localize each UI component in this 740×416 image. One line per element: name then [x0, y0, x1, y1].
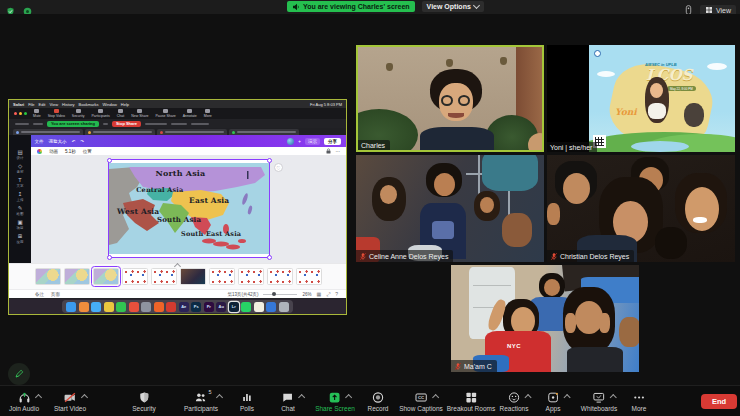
notes-button[interactable]: 备注 [35, 292, 44, 297]
filmstrip-thumb[interactable] [180, 268, 206, 285]
selected-slide[interactable]: North Asia Central Asia East Asia West A… [108, 159, 270, 258]
share-screen-button[interactable]: Share Screen [315, 391, 355, 412]
presenter-tool-more[interactable]: More [204, 109, 212, 118]
video-tile-yoni[interactable]: AIESEC in UPLB LCOS May 22, 8:00 PM Yoni… [547, 45, 735, 152]
presenter-tool-new-share[interactable]: New Share [131, 109, 148, 118]
filmstrip-thumb[interactable] [151, 268, 177, 285]
menu-item[interactable]: Edit [39, 102, 46, 107]
view-options-button[interactable]: View Options [422, 1, 484, 12]
chevron-up-icon[interactable] [81, 394, 88, 401]
security-button[interactable]: Security [132, 391, 155, 412]
zoom-slider[interactable] [263, 294, 297, 295]
dock-app-icon[interactable] [266, 302, 276, 312]
help-icon[interactable]: ? [335, 291, 338, 297]
dock-app-icon[interactable]: Pr [204, 302, 214, 312]
presenter-tool-security[interactable]: Security [72, 109, 85, 118]
canva-sidebar-item[interactable]: ▤设计 [9, 149, 31, 160]
canva-sidebar-item[interactable]: T文字 [9, 177, 31, 188]
lock-icon[interactable] [326, 148, 331, 154]
join-audio-button[interactable]: Join Audio [9, 391, 39, 412]
record-button[interactable]: Record [368, 391, 389, 412]
end-meeting-button[interactable]: End [701, 394, 737, 409]
canva-file-button[interactable]: 文件 [35, 139, 44, 144]
grid-view-icon[interactable]: ▦ [316, 291, 321, 297]
filmstrip-thumb[interactable] [64, 268, 90, 285]
video-tile-celine[interactable]: Celine Anne Delos Reyes [356, 155, 544, 262]
chevron-up-icon[interactable] [563, 394, 570, 401]
dock-app-icon[interactable]: Au [216, 302, 226, 312]
reactions-button[interactable]: Reactions [500, 391, 529, 412]
apps-button[interactable]: Apps [546, 391, 561, 412]
chevron-up-icon[interactable] [216, 394, 223, 401]
chevron-up-icon[interactable] [298, 394, 305, 401]
dock-app-icon[interactable] [241, 302, 251, 312]
chevron-up-icon[interactable] [345, 394, 352, 401]
dock-app-icon[interactable] [254, 302, 264, 312]
undo-icon[interactable]: ↶ [72, 139, 76, 144]
start-video-button[interactable]: Start Video [54, 391, 86, 412]
chevron-up-icon[interactable] [34, 394, 41, 401]
dock-app-icon[interactable] [66, 302, 76, 312]
dock-app-icon[interactable] [116, 302, 126, 312]
favorite-heart-button[interactable]: ♡ [274, 163, 283, 172]
chevron-up-icon[interactable] [610, 394, 617, 401]
dock-app-icon[interactable]: Ps [191, 302, 201, 312]
canva-sidebar-item[interactable]: ⊞应用 [9, 233, 31, 244]
dock-app-icon[interactable] [166, 302, 176, 312]
more-button[interactable]: More [632, 391, 647, 412]
dock-app-icon[interactable] [79, 302, 89, 312]
dock-app-icon[interactable] [91, 302, 101, 312]
chat-button[interactable]: Chat [281, 391, 295, 412]
presenter-tool-stop-video[interactable]: Stop Video [48, 109, 65, 118]
annotate-pencil-button[interactable] [8, 363, 30, 385]
dock-app-icon[interactable] [104, 302, 114, 312]
dock-app-icon[interactable]: Ae [179, 302, 189, 312]
dock-app-icon[interactable] [154, 302, 164, 312]
presenter-tool-participants[interactable]: Participants [92, 109, 110, 118]
filmstrip-thumb[interactable] [93, 268, 119, 285]
participants-button[interactable]: 5 Participants [184, 391, 218, 412]
dock-app-icon[interactable] [129, 302, 139, 312]
filmstrip-thumb[interactable] [122, 268, 148, 285]
video-tile-christian[interactable]: Christian Delos Reyes [547, 155, 735, 262]
menu-item[interactable]: Help [121, 102, 129, 107]
menu-item[interactable]: Window [103, 102, 117, 107]
canva-sidebar-item[interactable]: ▣项目 [9, 219, 31, 230]
canva-sidebar-item[interactable]: ↥上传 [9, 191, 31, 202]
polls-button[interactable]: Polls [240, 391, 254, 412]
menu-item[interactable]: View [49, 102, 58, 107]
filmstrip-thumb[interactable] [209, 268, 235, 285]
presenter-tool-chat[interactable]: Chat [117, 109, 124, 118]
presenter-tool-mute[interactable]: Mute [33, 109, 41, 118]
color-swatch[interactable] [37, 149, 42, 154]
filmstrip-thumb[interactable] [35, 268, 61, 285]
menu-item[interactable]: Bookmarks [79, 102, 99, 107]
filmstrip-thumb[interactable] [267, 268, 293, 285]
add-member-icon[interactable]: + [298, 139, 301, 144]
canva-resize-button[interactable]: 调整大小 [49, 139, 67, 144]
dock-app-icon[interactable] [279, 302, 289, 312]
menu-item[interactable]: Safari [13, 102, 24, 107]
more-options-icon[interactable]: ⋯ [336, 149, 341, 154]
video-tile-charles[interactable]: Charles [356, 45, 544, 152]
dock-app-icon[interactable]: Lr [229, 302, 239, 312]
chevron-up-icon[interactable] [524, 394, 531, 401]
filmstrip-thumb[interactable] [296, 268, 322, 285]
menu-item[interactable]: File [28, 102, 34, 107]
menu-item[interactable]: History [62, 102, 74, 107]
position-button[interactable]: 位置 [83, 149, 92, 154]
chevron-up-icon[interactable] [432, 394, 439, 401]
canva-sidebar-item[interactable]: ◇素材 [9, 163, 31, 174]
fullscreen-icon[interactable]: ⤢ [326, 291, 330, 298]
canva-sidebar-item[interactable]: ✎绘图 [9, 205, 31, 216]
show-captions-button[interactable]: CC Show Captions [399, 391, 443, 412]
canva-share-button[interactable]: 分享 [324, 138, 341, 145]
duration-button[interactable]: 5.1秒 [65, 149, 76, 154]
breakout-rooms-button[interactable]: Breakout Rooms [447, 391, 495, 412]
pages-button[interactable]: 页面 [51, 292, 60, 297]
whiteboards-button[interactable]: Whiteboards [581, 391, 618, 412]
video-tile-maam[interactable]: NYC Ma'am C [451, 265, 639, 372]
canva-present-button[interactable]: 演示 [305, 138, 320, 145]
stop-share-button[interactable]: Stop Share [112, 121, 141, 127]
dock-app-icon[interactable] [141, 302, 151, 312]
